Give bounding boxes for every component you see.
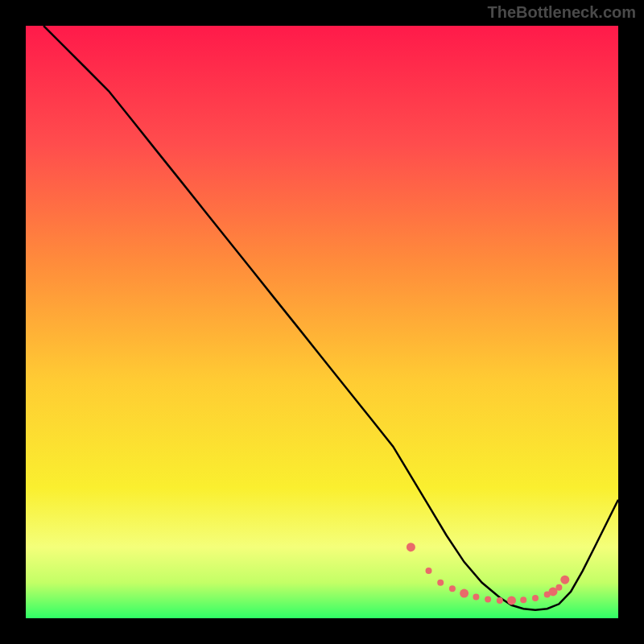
- marker-dot: [426, 568, 432, 574]
- marker-dot: [449, 585, 456, 592]
- marker-dot: [497, 597, 503, 604]
- plot-area: [26, 26, 618, 618]
- marker-dot: [485, 596, 491, 602]
- chart-svg: [26, 26, 618, 618]
- marker-dot: [555, 584, 562, 591]
- gradient-background: [26, 26, 618, 618]
- marker-dot: [532, 595, 539, 601]
- marker-dot: [437, 580, 444, 586]
- marker-dot: [473, 594, 479, 601]
- marker-dot: [460, 589, 469, 598]
- marker-dot: [560, 576, 569, 584]
- watermark-text: TheBottleneck.com: [488, 3, 636, 22]
- chart-container: TheBottleneck.com: [0, 0, 644, 644]
- marker-dot: [407, 543, 415, 551]
- marker-dot: [520, 597, 526, 603]
- marker-dot: [507, 596, 516, 605]
